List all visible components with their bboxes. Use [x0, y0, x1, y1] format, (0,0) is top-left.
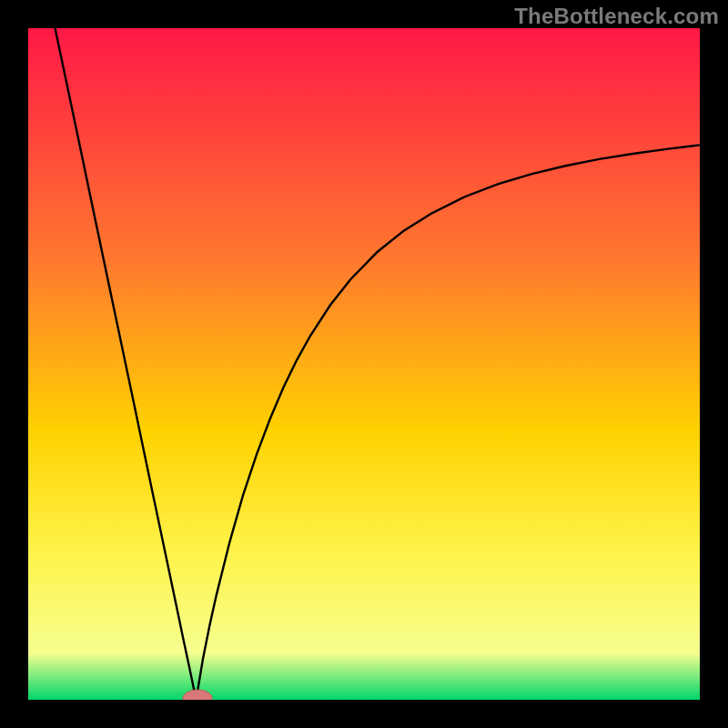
- plot-area: [28, 28, 700, 700]
- outer-frame: TheBottleneck.com: [0, 0, 728, 728]
- chart-svg: [28, 28, 700, 700]
- gradient-background: [28, 28, 700, 700]
- watermark-text: TheBottleneck.com: [514, 4, 719, 29]
